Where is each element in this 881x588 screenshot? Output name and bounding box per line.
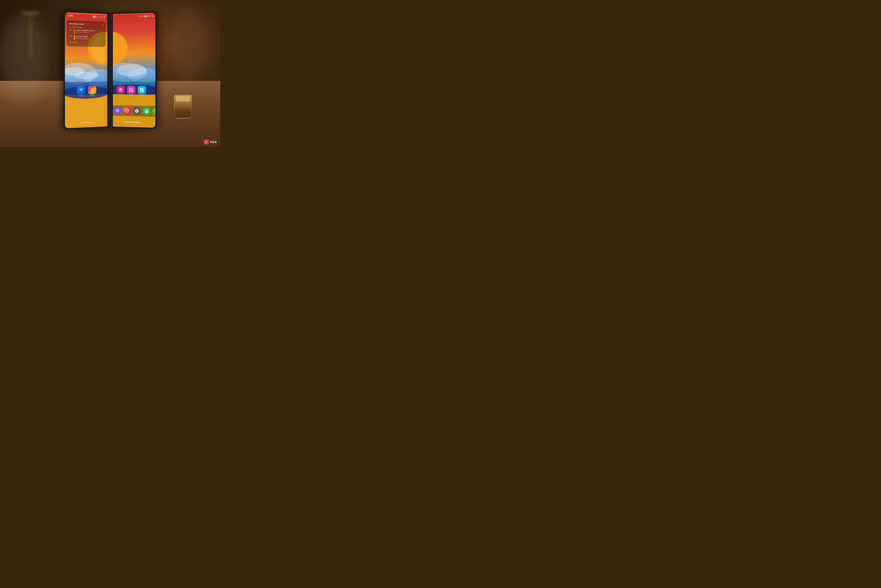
svg-text:X: X [205,141,207,143]
signal-icon: ▌▌▌ [93,15,96,18]
status-bar-right: 4G LTE ▌▌▌ 61% ▮ [136,13,155,20]
event-time-2: 8:00 [69,35,73,37]
app-social[interactable]: Social [77,86,85,97]
status-signal-right: ▌▌▌ [144,15,147,17]
app-work[interactable]: Work [117,86,125,96]
coffee-cup [174,94,192,120]
app-google-label: Google [89,95,95,96]
widget-add-button[interactable]: + [102,24,104,26]
status-battery-icon-right: ▮ [152,15,153,17]
app-row-right: Work Gallery Tools [108,86,154,97]
fold-line [108,13,113,128]
app-social-label: Social [79,95,83,97]
svg-point-36 [126,110,128,112]
calendar-widget[interactable]: Upcoming events + Fri, July 28, Today 3:… [67,20,105,47]
event-date-2: Sat, July 29 [69,41,104,44]
dock [108,105,155,117]
phone-left-panel: 1:43 ▌▌▌ ▲ 61% ▮ Upcoming events + Fri, … [63,10,108,130]
app-google[interactable]: G Google [88,86,96,96]
app-gallery-label: Gallery [129,95,134,96]
svg-rect-30 [142,88,144,90]
event-item-2: 8:00 Get marv fruittips 8:00 PM - 9:00 P… [69,35,104,41]
svg-point-20 [117,64,147,77]
event-item-1: 3:00 Check out glasses shop for... 3:00 … [69,29,104,35]
svg-rect-29 [140,88,142,90]
svg-rect-35 [125,109,129,112]
bg-blur-right [170,8,209,81]
status-battery-right: 61% [148,15,152,17]
event-bar-1 [74,29,75,34]
svg-rect-31 [140,90,142,92]
dock-settings[interactable] [132,107,141,115]
time-display: 1:43 [68,14,72,17]
event-subtext-2: 8:00 PM - 9:00 PM [75,37,89,40]
svg-rect-7 [65,94,107,127]
xda-brand-text: XDA [210,140,217,144]
background-furniture [18,12,44,115]
svg-rect-25 [108,78,155,85]
app-work-label: Work [119,95,122,96]
status-network: 4G LTE [138,15,144,17]
event-time-1: 3:00 [69,29,73,31]
app-tools-label: Tools [140,95,144,96]
status-icons: ▌▌▌ ▲ 61% ▮ [93,15,105,18]
svg-line-15 [81,90,81,91]
widget-title: Upcoming events [69,22,84,25]
svg-point-11 [80,88,81,90]
svg-rect-32 [142,90,144,92]
app-tools[interactable]: Tools [138,86,146,96]
battery-display: 61% [100,16,103,18]
dock-instagram[interactable] [123,106,131,115]
phone-device: 1:43 ▌▌▌ ▲ 61% ▮ Upcoming events + Fri, … [65,13,156,128]
svg-point-28 [130,89,131,90]
xda-watermark: X XDA [204,140,217,144]
dock-bixby[interactable] [113,106,121,114]
dock-phone[interactable] [152,107,155,116]
xda-icon: X [204,140,209,144]
wifi-icon: ▲ [98,16,99,18]
event-bar-2 [74,35,75,40]
app-gallery[interactable]: Gallery [127,86,135,96]
svg-point-34 [117,110,118,111]
phone-right-screen: 4G LTE ▌▌▌ 61% ▮ Work [108,13,155,128]
event-date-1: Fri, July 28, Today [69,26,104,29]
phone-right-panel: 4G LTE ▌▌▌ 61% ▮ Work [108,11,157,129]
phone-left-screen: 1:43 ▌▌▌ ▲ 61% ▮ Upcoming events + Fri, … [65,12,107,128]
battery-icon: ▮ [104,16,105,18]
dock-spotify[interactable] [142,107,150,115]
